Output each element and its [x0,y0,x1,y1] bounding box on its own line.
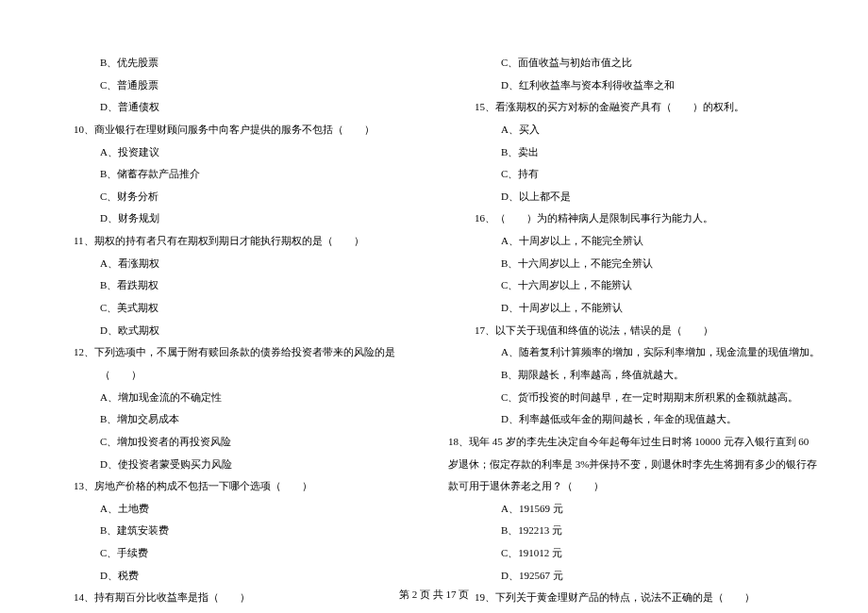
option: A、买入 [448,119,821,141]
option: D、利率越低或年金的期间越长，年金的现值越大。 [448,408,821,431]
option: D、十周岁以上，不能辨认 [448,297,821,320]
option: A、十周岁以上，不能完全辨认 [448,230,821,253]
option: B、192213 元 [448,520,821,542]
option: C、普通股票 [47,75,420,97]
option: D、财务规划 [47,207,420,230]
option: A、土地费 [47,498,420,521]
option: C、十六周岁以上，不能辨认 [448,274,821,297]
option: C、手续费 [47,542,420,565]
option: A、投资建议 [47,141,420,164]
page-body: B、优先股票 C、普通股票 D、普通债权 10、商业银行在理财顾问服务中向客户提… [0,0,868,613]
option: D、欧式期权 [47,320,420,342]
option: C、货币投资的时间越早，在一定时期期末所积累的金额就越高。 [448,387,821,409]
question-16: 16、（ ）为的精神病人是限制民事行为能力人。 [475,207,821,230]
question-17: 17、以下关于现值和终值的说法，错误的是（ ） [475,320,821,342]
option: A、191569 元 [448,498,821,521]
option: A、随着复利计算频率的增加，实际利率增加，现金流量的现值增加。 [448,341,821,364]
option: D、红利收益率与资本利得收益率之和 [448,75,821,97]
option: B、储蓄存款产品推介 [47,163,420,186]
option: D、使投资者蒙受购买力风险 [47,454,420,476]
question-15: 15、看涨期权的买方对标的金融资产具有（ ）的权利。 [475,96,821,119]
left-column: B、优先股票 C、普通股票 D、普通债权 10、商业银行在理财顾问服务中向客户提… [47,52,420,613]
page-footer: 第 2 页 共 17 页 [0,588,868,602]
question-12: 12、下列选项中，不属于附有赎回条款的债券给投资者带来的风险的是（ ） [74,341,420,386]
option: A、看涨期权 [47,253,420,275]
option: B、看跌期权 [47,274,420,297]
option: D、以上都不是 [448,186,821,208]
option: B、建筑安装费 [47,520,420,542]
option: C、持有 [448,163,821,186]
option: D、普通债权 [47,96,420,119]
option: B、期限越长，利率越高，终值就越大。 [448,364,821,387]
option: B、十六周岁以上，不能完全辨认 [448,253,821,275]
question-10: 10、商业银行在理财顾问服务中向客户提供的服务不包括（ ） [74,119,420,141]
option: D、税费 [47,565,420,588]
right-column: C、面值收益与初始市值之比 D、红利收益率与资本利得收益率之和 15、看涨期权的… [448,52,821,613]
option: C、增加投资者的再投资风险 [47,431,420,454]
option: A、面值收益与当期市值之比 [47,609,420,613]
option: D、192567 元 [448,565,821,588]
question-11: 11、期权的持有者只有在期权到期日才能执行期权的是（ ） [74,230,420,253]
option: C、191012 元 [448,542,821,565]
option: C、财务分析 [47,186,420,208]
option: B、卖出 [448,141,821,164]
question-13: 13、房地产价格的构成不包括一下哪个选项（ ） [74,475,420,498]
option: C、面值收益与初始市值之比 [448,52,821,75]
option: A、增加现金流的不确定性 [47,387,420,409]
option: B、增加交易成本 [47,408,420,431]
option: A、抗系统风险的能力强 [448,609,821,613]
option: B、优先股票 [47,52,420,75]
option: C、美式期权 [47,297,420,320]
question-18: 18、现年 45 岁的李先生决定自今年起每年过生日时将 10000 元存入银行直… [448,431,821,498]
